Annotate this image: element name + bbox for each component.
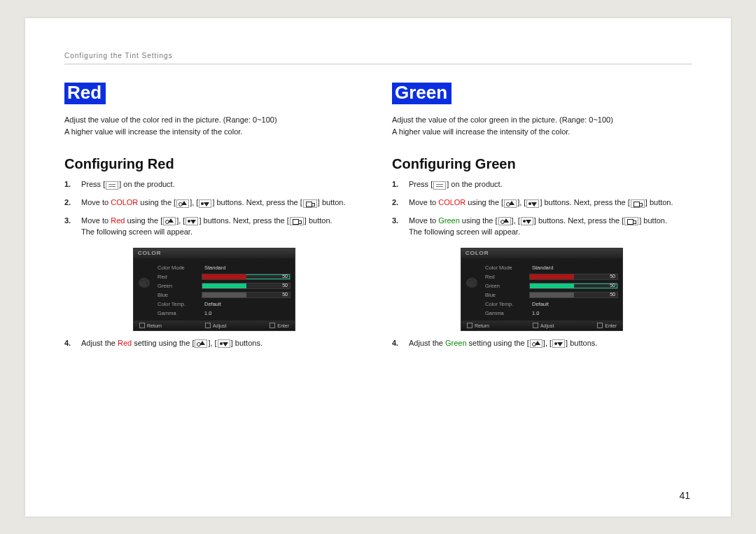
enter-icon [624,217,638,225]
text: setting using the [ [467,339,529,347]
text: setting using the [ [132,339,194,347]
text: ] button. [639,216,667,225]
desc-green: Adjust the value of the color green in t… [392,114,692,138]
svg-point-4 [466,278,477,288]
subhead-red: Configuring Red [64,156,364,172]
up-icon [195,339,207,348]
text: Move to [409,216,438,225]
osd-row-label: Gamma [158,310,196,316]
enter-icon [303,199,317,208]
text: using the [ [460,216,498,225]
step-number: 2. [64,197,71,209]
step-number: 3. [392,216,398,227]
slider-blue [529,292,618,298]
osd-footer-adjust: Adjust [533,323,554,328]
text: ], [ [176,216,185,225]
down-icon [218,339,230,348]
text: ], [ [190,198,198,206]
osd-row-label: Blue [485,292,524,298]
desc-line: A higher value will increase the intensi… [392,127,570,136]
slider-green [202,283,290,289]
step-1: 1. Press [] on the product. [64,179,364,190]
text: The following screen will appear. [409,227,520,236]
divider [64,64,692,64]
osd-row-label: Blue [158,292,196,298]
text: ], [ [512,216,520,225]
osd-row-label: Red [485,274,524,280]
text: ] buttons. [566,339,597,347]
text: ] on the product. [119,180,175,188]
down-icon [526,199,539,208]
heading-green: Green [392,83,451,105]
subhead-green: Configuring Green [392,156,692,172]
osd-value: Default [202,301,290,307]
steps-red-tail: 4. Adjust the Red setting using the [], … [64,338,364,349]
two-column-layout: Red Adjust the value of the color red in… [64,83,692,350]
svg-point-1 [141,280,144,282]
heading-red: Red [64,83,106,105]
text: using the [ [125,216,162,225]
text: ] buttons. Next, press the [ [199,216,288,225]
slider-blue [202,292,290,298]
osd-row-label: Gamma [485,310,524,316]
step-3: 3. Move to Green using the [], [] button… [392,216,692,238]
up-icon [163,217,176,225]
text: Adjust the [81,339,118,347]
step-number: 3. [64,216,71,227]
text: ], [ [517,198,526,206]
text: ], [ [208,339,216,347]
enter-icon [290,217,304,225]
slider-red [529,274,618,280]
down-icon [521,217,533,225]
step-number: 4. [392,338,398,349]
steps-green: 1. Press [] on the product. 2. Move to C… [392,179,692,238]
desc-line: A higher value will increase the intensi… [64,127,242,136]
text: ] buttons. Next, press the [ [212,198,302,206]
svg-point-6 [472,279,475,281]
up-icon [498,217,511,225]
step-number: 1. [392,179,398,190]
column-red: Red Adjust the value of the color red in… [64,83,364,350]
color-word: COLOR [111,198,138,206]
manual-page: Configuring the Tint Settings Red Adjust… [25,18,731,517]
osd-row-label: Red [158,274,196,280]
osd-value: Standard [202,265,290,271]
osd-row-label: Color Mode [485,265,524,271]
svg-point-0 [139,278,150,288]
osd-row-label: Color Temp. [485,301,524,307]
steps-red: 1. Press [] on the product. 2. Move to C… [64,179,364,238]
slider-green [529,283,618,289]
breadcrumb: Configuring the Tint Settings [64,52,692,59]
osd-row-label: Green [485,283,524,289]
step-2: 2. Move to COLOR using the [], [] button… [64,197,364,209]
osd-footer-enter: Enter [270,323,289,328]
svg-point-3 [146,282,148,284]
osd-footer-return: Return [467,323,489,328]
step-number: 1. [64,179,71,190]
color-word: Green [445,339,467,347]
step-number: 4. [64,338,71,349]
desc-line: Adjust the value of the color green in t… [392,115,613,124]
osd-value: 1.0 [529,310,618,316]
text: ] on the product. [447,180,503,188]
svg-point-5 [469,280,471,282]
osd-row-label: Green [158,283,196,289]
page-number: 41 [679,490,690,501]
text: Move to [81,216,111,225]
osd-title: COLOR [134,248,295,258]
steps-green-tail: 4. Adjust the Green setting using the []… [392,338,692,349]
text: Move to [409,198,438,206]
osd-value: Standard [529,265,618,271]
enter-icon [631,199,645,208]
palette-icon [465,263,479,316]
osd-screenshot-green: COLOR Color Mode Red Green Blue Color Te… [392,248,692,331]
svg-point-2 [145,279,147,281]
desc-red: Adjust the value of the color red in the… [64,114,364,138]
up-icon [176,199,189,208]
text: ], [ [543,339,552,347]
osd-screenshot-red: COLOR Color Mode Red Green Blue Color Te… [64,248,364,331]
step-1: 1. Press [] on the product. [392,179,692,190]
text: The following screen will appear. [81,227,192,236]
color-word: Red [118,339,132,347]
down-icon [552,339,565,348]
